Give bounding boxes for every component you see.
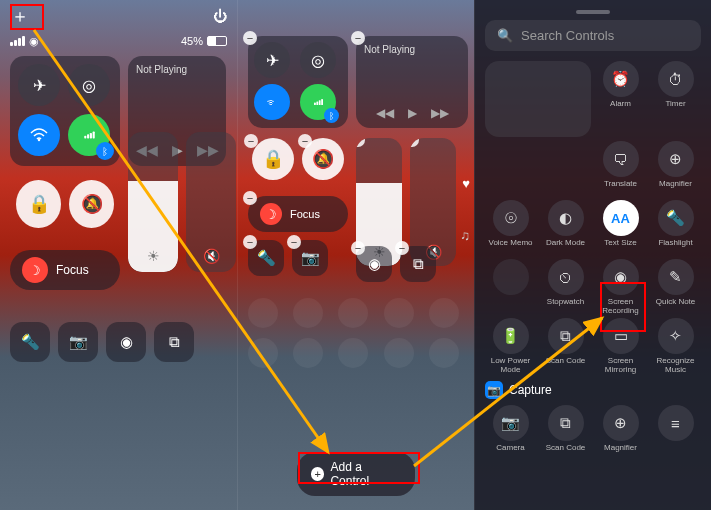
control-flashlight[interactable]: 🔦Flashlight <box>650 200 701 255</box>
focus-tile[interactable]: − ☽ Focus <box>248 196 348 232</box>
flashlight-tile[interactable]: 🔦 <box>10 322 50 362</box>
stopwatch-icon: ⏲ <box>548 259 584 295</box>
camera-tile[interactable]: 📷 <box>58 322 98 362</box>
flashlight-icon: 🔦 <box>658 200 694 236</box>
airdrop-icon[interactable]: ◎ <box>300 42 336 78</box>
empty-slot[interactable] <box>248 298 278 328</box>
moon-icon: ☽ <box>260 203 282 225</box>
silent-icon[interactable]: 🔕 <box>69 180 114 228</box>
media-tile[interactable]: − Not Playing ◀◀ ▶ ▶▶ <box>356 36 468 128</box>
dark-mode-icon: ◐ <box>548 200 584 236</box>
heart-icon[interactable]: ♥ <box>462 176 470 191</box>
remove-icon[interactable]: − <box>298 134 312 148</box>
scan-code-icon: ⧉ <box>548 318 584 354</box>
remove-icon[interactable]: − <box>243 31 257 45</box>
orientation-lock-icon[interactable]: 🔒 <box>16 180 61 228</box>
airplane-icon[interactable]: ✈︎ <box>18 64 60 106</box>
remove-icon[interactable]: − <box>287 235 301 249</box>
empty-slot[interactable] <box>384 298 414 328</box>
more-icon: ≡ <box>658 405 694 441</box>
brightness-slider[interactable]: ☀︎ <box>128 132 178 272</box>
add-control-label: Add a Control <box>330 460 401 488</box>
control-translate[interactable]: 🗨Translate <box>595 141 646 196</box>
volume-slider[interactable]: 🔇 <box>186 132 236 272</box>
bluetooth-icon[interactable]: ᛒ <box>324 108 339 123</box>
connectivity-tile[interactable]: − ✈︎ ◎ ᯤ ᛒ <box>248 36 348 128</box>
screen-record-tile[interactable]: ◉− <box>356 246 392 282</box>
connectivity-tile[interactable]: ✈︎ ◎ ᛒ <box>10 56 120 166</box>
empty-slot[interactable] <box>293 338 323 368</box>
remove-icon[interactable]: − <box>243 191 257 205</box>
translate-icon: 🗨 <box>603 141 639 177</box>
qr-scan-tile[interactable]: ⧉ <box>154 322 194 362</box>
media-status: Not Playing <box>364 44 460 55</box>
empty-slot[interactable] <box>338 338 368 368</box>
control-blank[interactable] <box>485 259 536 314</box>
focus-label: Focus <box>56 263 89 277</box>
control-scan-code2[interactable]: ⧉Scan Code <box>540 405 591 460</box>
focus-label: Focus <box>290 208 320 220</box>
qr-scan-tile[interactable]: ⧉− <box>400 246 436 282</box>
remove-icon[interactable]: − <box>356 138 365 147</box>
play-icon[interactable]: ▶ <box>408 106 417 120</box>
magnifier-icon: ⊕ <box>658 141 694 177</box>
control-preview-large[interactable] <box>485 61 591 137</box>
control-magnifier[interactable]: ⊕Magnifier <box>650 141 701 196</box>
text-size-icon: AA <box>603 200 639 236</box>
prev-icon[interactable]: ◀◀ <box>376 106 394 120</box>
remove-icon[interactable]: − <box>243 235 257 249</box>
control-more[interactable]: ≡ <box>650 405 701 460</box>
empty-slot[interactable] <box>429 298 459 328</box>
remove-icon[interactable]: − <box>410 138 419 147</box>
control-magnifier2[interactable]: ⊕Magnifier <box>595 405 646 460</box>
power-icon[interactable]: ⏻ <box>213 8 227 24</box>
control-timer[interactable]: ⏱Timer <box>650 61 701 137</box>
control-text-size[interactable]: AAText Size <box>595 200 646 255</box>
panel-control-picker: 🔍 Search Controls ⏰Alarm ⏱Timer 🗨Transla… <box>474 0 711 510</box>
cellular-toggle[interactable]: ᛒ <box>300 84 336 120</box>
add-control-button[interactable]: + Add a Control <box>297 452 415 496</box>
alarm-icon: ⏰ <box>603 61 639 97</box>
control-screen-mirroring[interactable]: ▭Screen Mirroring <box>595 318 646 373</box>
add-icon[interactable]: ＋ <box>10 4 30 28</box>
control-dark-mode[interactable]: ◐Dark Mode <box>540 200 591 255</box>
voice-memo-icon: ⦾ <box>493 200 529 236</box>
airplane-icon[interactable]: ✈︎ <box>254 42 290 78</box>
empty-slot[interactable] <box>429 338 459 368</box>
wifi-toggle[interactable] <box>18 114 60 156</box>
remove-icon[interactable]: − <box>244 134 258 148</box>
empty-slot[interactable] <box>248 338 278 368</box>
remove-icon[interactable]: − <box>351 31 365 45</box>
empty-slot[interactable] <box>293 298 323 328</box>
silent-icon[interactable]: 🔕− <box>302 138 344 180</box>
grabber[interactable] <box>576 10 610 14</box>
control-low-power[interactable]: 🔋Low Power Mode <box>485 318 536 373</box>
control-camera[interactable]: 📷Camera <box>485 405 536 460</box>
control-scan-code[interactable]: ⧉Scan Code <box>540 318 591 373</box>
next-icon[interactable]: ▶▶ <box>431 106 449 120</box>
cellular-toggle[interactable]: ᛒ <box>68 114 110 156</box>
control-screen-recording[interactable]: ◉Screen Recording <box>595 259 646 314</box>
screen-record-tile[interactable]: ◉ <box>106 322 146 362</box>
search-icon: 🔍 <box>497 28 513 43</box>
remove-icon[interactable]: − <box>395 241 409 255</box>
focus-tile[interactable]: ☽ Focus <box>10 250 120 290</box>
cellular-icon <box>10 36 25 46</box>
empty-slot[interactable] <box>338 298 368 328</box>
control-quick-note[interactable]: ✎Quick Note <box>650 259 701 314</box>
orientation-lock-icon[interactable]: 🔒 <box>252 138 294 180</box>
control-stopwatch[interactable]: ⏲Stopwatch <box>540 259 591 314</box>
volume-icon: 🔇 <box>203 248 220 264</box>
wifi-toggle[interactable]: ᯤ <box>254 84 290 120</box>
music-note-icon[interactable]: ♫ <box>460 228 470 243</box>
search-field[interactable]: 🔍 Search Controls <box>485 20 701 51</box>
control-alarm[interactable]: ⏰Alarm <box>595 61 646 137</box>
airdrop-icon[interactable]: ◎ <box>68 64 110 106</box>
remove-icon[interactable]: − <box>351 241 365 255</box>
bluetooth-icon[interactable]: ᛒ <box>96 142 114 160</box>
control-recognize-music[interactable]: ✧Recognize Music <box>650 318 701 373</box>
control-voice-memo[interactable]: ⦾Voice Memo <box>485 200 536 255</box>
empty-slot[interactable] <box>384 338 414 368</box>
camera-tile[interactable]: 📷− <box>292 240 328 276</box>
flashlight-tile[interactable]: 🔦− <box>248 240 284 276</box>
